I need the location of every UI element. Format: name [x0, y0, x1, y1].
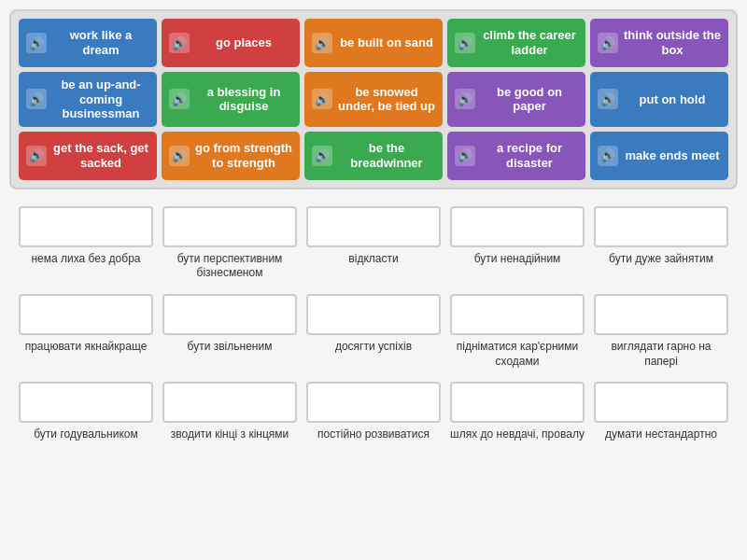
match-box[interactable]	[306, 206, 441, 247]
match-box[interactable]	[594, 206, 728, 247]
phrase-btn-p8[interactable]: 🔊be snowed under, be tied up	[304, 72, 443, 127]
match-label: бути ненадійним	[474, 252, 561, 267]
speaker-icon[interactable]: 🔊	[312, 146, 332, 166]
match-label: бути перспективним бізнесменом	[162, 252, 297, 281]
phrase-btn-p15[interactable]: 🔊make ends meet	[590, 132, 728, 180]
phrase-label: climb the career ladder	[481, 28, 578, 57]
phrase-label: be good on paper	[481, 85, 578, 114]
match-label: відкласти	[348, 252, 398, 267]
phrase-btn-p3[interactable]: 🔊be built on sand	[304, 19, 443, 67]
speaker-icon[interactable]: 🔊	[455, 146, 475, 166]
match-label: досягти успіхів	[335, 340, 412, 355]
match-label: підніматися кар'єрними сходами	[450, 340, 585, 369]
speaker-icon[interactable]: 🔊	[598, 146, 618, 166]
match-box[interactable]	[306, 382, 441, 423]
match-box[interactable]	[594, 294, 728, 335]
speaker-icon[interactable]: 🔊	[598, 89, 618, 109]
speaker-icon[interactable]: 🔊	[455, 89, 475, 109]
match-label: постійно розвиватися	[317, 427, 430, 442]
match-label: думати нестандартно	[605, 427, 717, 442]
speaker-icon[interactable]: 🔊	[312, 33, 332, 53]
phrase-btn-p5[interactable]: 🔊think outside the box	[590, 19, 728, 67]
phrase-label: think outside the box	[624, 28, 721, 57]
phrase-label: get the sack, get sacked	[52, 141, 149, 170]
match-item-m11: бути годувальником	[19, 382, 153, 442]
match-row: нема лиха без добрабути перспективним бі…	[19, 206, 728, 281]
phrase-grid: 🔊work like a dream🔊go places🔊be built on…	[9, 9, 738, 189]
match-section: нема лиха без добрабути перспективним бі…	[9, 206, 738, 442]
phrase-label: go from strength to strength	[195, 141, 292, 170]
speaker-icon[interactable]: 🔊	[26, 89, 47, 109]
match-box[interactable]	[162, 294, 297, 335]
match-item-m12: зводити кінці з кінцями	[162, 382, 297, 442]
match-row: бути годувальникомзводити кінці з кінцям…	[19, 382, 728, 442]
match-label: шлях до невдачі, провалу	[450, 427, 585, 442]
match-label: зводити кінці з кінцями	[171, 427, 289, 442]
match-item-m15: думати нестандартно	[594, 382, 728, 442]
phrase-btn-p11[interactable]: 🔊get the sack, get sacked	[19, 132, 157, 180]
speaker-icon[interactable]: 🔊	[169, 33, 190, 53]
match-item-m10: виглядати гарно на папері	[594, 294, 728, 369]
phrase-btn-p9[interactable]: 🔊be good on paper	[447, 72, 585, 127]
match-box[interactable]	[19, 206, 153, 247]
speaker-icon[interactable]: 🔊	[169, 89, 190, 109]
match-item-m2: бути перспективним бізнесменом	[162, 206, 297, 281]
match-item-m9: підніматися кар'єрними сходами	[450, 294, 585, 369]
phrase-btn-p4[interactable]: 🔊climb the career ladder	[447, 19, 585, 67]
phrase-label: work like a dream	[52, 28, 149, 57]
phrase-label: be snowed under, be tied up	[338, 85, 435, 114]
match-box[interactable]	[450, 206, 585, 247]
match-item-m5: бути дуже зайнятим	[594, 206, 728, 281]
phrase-label: put on hold	[624, 92, 721, 107]
match-box[interactable]	[594, 382, 728, 423]
match-label: працювати якнайкраще	[25, 340, 148, 355]
phrase-label: be built on sand	[338, 35, 435, 50]
phrase-label: a recipe for disaster	[481, 141, 578, 170]
speaker-icon[interactable]: 🔊	[26, 33, 47, 53]
match-box[interactable]	[450, 294, 585, 335]
match-label: бути дуже зайнятим	[609, 252, 713, 267]
match-item-m1: нема лиха без добра	[19, 206, 153, 281]
phrase-label: be the breadwinner	[338, 141, 435, 170]
match-item-m6: працювати якнайкраще	[19, 294, 153, 369]
phrase-label: go places	[195, 35, 292, 50]
phrase-btn-p2[interactable]: 🔊go places	[162, 19, 300, 67]
match-item-m14: шлях до невдачі, провалу	[450, 382, 585, 442]
phrase-label: a blessing in disguise	[195, 85, 292, 114]
match-label: виглядати гарно на папері	[594, 340, 728, 369]
phrase-btn-p14[interactable]: 🔊a recipe for disaster	[447, 132, 585, 180]
speaker-icon[interactable]: 🔊	[455, 33, 475, 53]
match-item-m13: постійно розвиватися	[306, 382, 441, 442]
phrase-btn-p12[interactable]: 🔊go from strength to strength	[162, 132, 300, 180]
phrase-btn-p10[interactable]: 🔊put on hold	[590, 72, 728, 127]
match-label: нема лиха без добра	[31, 252, 140, 267]
match-item-m7: бути звільненим	[162, 294, 297, 369]
match-box[interactable]	[19, 382, 153, 423]
match-box[interactable]	[19, 294, 153, 335]
speaker-icon[interactable]: 🔊	[169, 146, 190, 166]
phrase-label: be an up-and-coming businessman	[52, 77, 149, 121]
phrase-btn-p6[interactable]: 🔊be an up-and-coming businessman	[19, 72, 157, 127]
match-item-m8: досягти успіхів	[306, 294, 441, 369]
match-item-m3: відкласти	[306, 206, 441, 281]
phrase-btn-p7[interactable]: 🔊a blessing in disguise	[162, 72, 300, 127]
match-box[interactable]	[306, 294, 441, 335]
match-box[interactable]	[450, 382, 585, 423]
speaker-icon[interactable]: 🔊	[26, 146, 47, 166]
match-row: працювати якнайкращебути звільненимдосяг…	[19, 294, 728, 369]
match-label: бути годувальником	[34, 427, 137, 442]
phrase-btn-p1[interactable]: 🔊work like a dream	[19, 19, 157, 67]
phrase-btn-p13[interactable]: 🔊be the breadwinner	[304, 132, 443, 180]
match-box[interactable]	[162, 382, 297, 423]
phrase-label: make ends meet	[624, 148, 721, 163]
speaker-icon[interactable]: 🔊	[312, 89, 332, 109]
match-item-m4: бути ненадійним	[450, 206, 585, 281]
match-box[interactable]	[162, 206, 297, 247]
match-label: бути звільненим	[188, 340, 273, 355]
speaker-icon[interactable]: 🔊	[598, 33, 618, 53]
